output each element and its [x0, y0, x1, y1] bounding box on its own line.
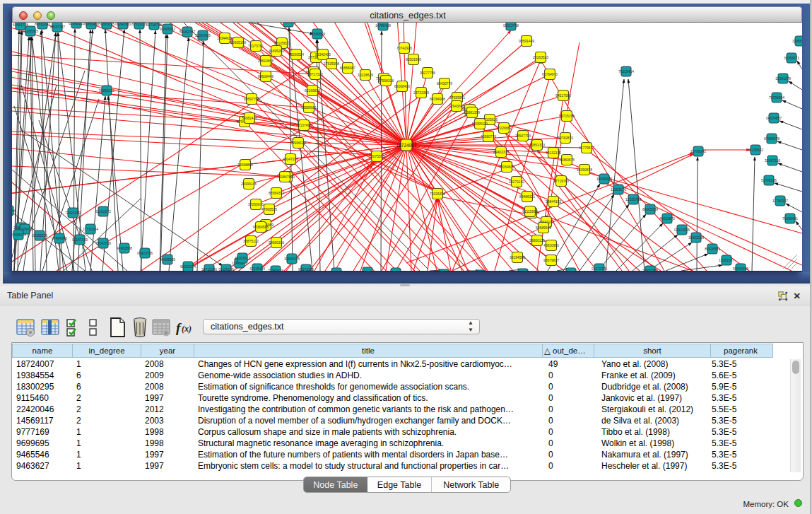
svg-text:22851313: 22851313 — [529, 143, 545, 147]
svg-text:61115818: 61115818 — [522, 209, 538, 214]
svg-text:94982888: 94982888 — [117, 246, 132, 250]
svg-text:07464396: 07464396 — [52, 236, 67, 240]
svg-text:41779577: 41779577 — [579, 146, 594, 150]
svg-text:10218629: 10218629 — [358, 73, 373, 77]
svg-text:37260670: 37260670 — [248, 202, 264, 206]
svg-text:39058371: 39058371 — [784, 56, 799, 60]
svg-text:93816662: 93816662 — [160, 27, 175, 31]
svg-text:08591449: 08591449 — [519, 39, 534, 43]
svg-text:39800131: 39800131 — [529, 238, 545, 243]
svg-text:09717322: 09717322 — [307, 72, 323, 76]
svg-text:04624857: 04624857 — [766, 116, 782, 120]
svg-text:89632247: 89632247 — [35, 23, 50, 26]
svg-text:46580776: 46580776 — [481, 134, 496, 139]
svg-text:72421060: 72421060 — [65, 211, 81, 215]
svg-text:70742926: 70742926 — [396, 46, 412, 50]
svg-text:60656987: 60656987 — [340, 66, 355, 70]
svg-text:61988335: 61988335 — [69, 23, 84, 25]
svg-text:42935404: 42935404 — [249, 267, 265, 271]
svg-text:84784908: 84784908 — [430, 97, 445, 101]
svg-text:15589081: 15589081 — [301, 105, 317, 110]
svg-text:94517080: 94517080 — [555, 93, 571, 98]
svg-text:23723359: 23723359 — [413, 90, 429, 95]
svg-text:30035336: 30035336 — [32, 233, 47, 238]
svg-text:01187309: 01187309 — [72, 238, 88, 242]
svg-text:80935198: 80935198 — [230, 40, 246, 45]
svg-text:18098325: 18098325 — [596, 177, 612, 181]
svg-text:76315414: 76315414 — [618, 69, 634, 74]
svg-text:36875112: 36875112 — [243, 239, 259, 243]
svg-text:67659951: 67659951 — [449, 95, 465, 100]
svg-text:62169836: 62169836 — [305, 88, 320, 93]
svg-text:52263905: 52263905 — [195, 33, 211, 37]
svg-text:28610665: 28610665 — [258, 59, 273, 63]
svg-text:88293486: 88293486 — [12, 209, 16, 213]
svg-text:54715199: 54715199 — [559, 114, 575, 118]
svg-text:51705236: 51705236 — [761, 178, 777, 182]
svg-text:54844193: 54844193 — [546, 199, 561, 204]
svg-text:32868993: 32868993 — [792, 39, 802, 43]
svg-text:90501990: 90501990 — [406, 57, 421, 62]
svg-text:09242380: 09242380 — [115, 23, 131, 26]
svg-text:68597768: 68597768 — [244, 97, 259, 101]
svg-text:01472470: 01472470 — [592, 267, 607, 271]
svg-text:78796884: 78796884 — [769, 95, 784, 100]
svg-text:32505476: 32505476 — [284, 257, 300, 261]
svg-text:18390878: 18390878 — [577, 168, 592, 172]
svg-text:14360675: 14360675 — [559, 158, 575, 162]
svg-text:79643758: 79643758 — [95, 241, 111, 245]
svg-text:11593676: 11593676 — [611, 187, 626, 192]
svg-text:37558318: 37558318 — [378, 78, 394, 83]
svg-text:33002219: 33002219 — [688, 235, 704, 240]
svg-text:61764973: 61764973 — [542, 72, 558, 76]
svg-text:12535793: 12535793 — [625, 197, 641, 201]
svg-text:38194588: 38194588 — [510, 255, 525, 259]
svg-text:49402378: 49402378 — [493, 150, 509, 154]
svg-text:05313798: 05313798 — [503, 23, 519, 28]
svg-text:17780907: 17780907 — [772, 199, 788, 203]
svg-text:86105813: 86105813 — [274, 41, 290, 45]
svg-text:79398862: 79398862 — [237, 163, 253, 167]
svg-text:95573305: 95573305 — [298, 267, 314, 271]
svg-text:52055420: 52055420 — [472, 122, 488, 126]
svg-text:15391279: 15391279 — [775, 76, 791, 81]
svg-text:31695282: 31695282 — [269, 49, 284, 53]
svg-text:09996028: 09996028 — [290, 141, 306, 145]
svg-text:26093146: 26093146 — [241, 182, 257, 186]
svg-text:43830950: 43830950 — [543, 243, 559, 247]
svg-text:86564317: 86564317 — [269, 191, 284, 195]
svg-text:61101572: 61101572 — [95, 209, 111, 214]
svg-text:95364565: 95364565 — [253, 225, 269, 229]
svg-text:01913906: 01913906 — [674, 228, 690, 232]
svg-text:59782870: 59782870 — [558, 136, 573, 140]
svg-text:03186265: 03186265 — [23, 29, 38, 33]
svg-text:66139532: 66139532 — [748, 148, 763, 152]
svg-text:82068416: 82068416 — [394, 84, 410, 88]
svg-text:68430779: 68430779 — [437, 81, 452, 86]
svg-text:48047206: 48047206 — [283, 157, 298, 161]
svg-text:34711306: 34711306 — [201, 267, 217, 271]
svg-text:77226882: 77226882 — [496, 126, 512, 130]
svg-text:03075595: 03075595 — [369, 154, 384, 158]
svg-text:98005505: 98005505 — [160, 257, 175, 262]
svg-text:06923786: 06923786 — [137, 251, 153, 255]
svg-text:54062767: 54062767 — [180, 30, 195, 34]
svg-text:55535695: 55535695 — [733, 267, 748, 271]
svg-text:74299060: 74299060 — [281, 23, 296, 24]
svg-text:10769242: 10769242 — [690, 149, 706, 153]
svg-text:13581087: 13581087 — [719, 258, 734, 262]
svg-text:17719760: 17719760 — [553, 179, 569, 183]
svg-text:17710054: 17710054 — [83, 227, 98, 231]
svg-text:72760313: 72760313 — [268, 269, 283, 271]
svg-text:50370395: 50370395 — [99, 23, 114, 26]
svg-text:70173761: 70173761 — [248, 44, 264, 48]
svg-text:25547793: 25547793 — [515, 134, 531, 138]
svg-text:78537787: 78537787 — [49, 25, 65, 29]
svg-text:24271192: 24271192 — [509, 180, 524, 184]
svg-text:01116136: 01116136 — [218, 267, 234, 271]
svg-text:68625374: 68625374 — [180, 264, 196, 269]
svg-text:f: f — [176, 320, 182, 335]
svg-text:58680316: 58680316 — [269, 240, 284, 245]
svg-text:52987118: 52987118 — [765, 158, 780, 163]
svg-text:99277756: 99277756 — [420, 71, 435, 75]
